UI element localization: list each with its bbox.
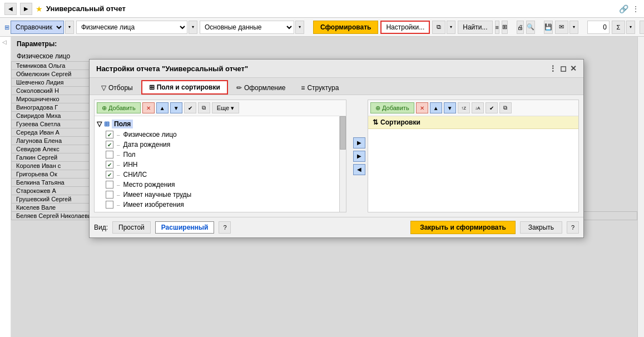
left-copy-button[interactable]: ⧉ [198,102,210,113]
right-delete-button[interactable]: ✕ [416,102,428,113]
structure-tab-label: Структура [307,84,339,92]
field-checkbox[interactable]: ✔ [106,161,113,168]
left-check-button[interactable]: ✔ [184,102,196,113]
tab-structure[interactable]: ≡ Структура [294,80,346,95]
save-icon[interactable]: 💾 [544,21,553,34]
settings-button[interactable]: Настройки... [380,21,430,34]
move-right-icon: ▶ [357,140,361,146]
email-icon[interactable]: ✉ [555,21,568,34]
tab-fields[interactable]: ⊞ Поля и сортировки [141,80,228,95]
move-left-button[interactable]: ◀ [353,164,365,175]
mode-dropdown-arrow[interactable]: ▾ [295,21,304,34]
field-item[interactable]: –Пол [97,150,337,160]
field-checkbox[interactable] [106,181,113,189]
field-item[interactable]: ✔–Дата рождения [97,140,337,150]
sigma-group: Σ ▾ [612,21,635,34]
right-sortaz-button[interactable]: ↑Z [458,102,470,113]
field-checkbox[interactable]: ✔ [106,171,113,179]
left-add-button[interactable]: ⊕ Добавить [97,102,141,113]
copy-icon-btn[interactable]: ⧉ [432,21,445,34]
view-simple-button[interactable]: Простой [112,221,151,234]
field-checkbox[interactable] [106,201,113,209]
type-select[interactable]: Справочник [11,21,64,34]
list-icon2[interactable]: ⊞ [502,21,508,34]
field-label: Пол [123,151,136,158]
email-dropdown[interactable]: ▾ [569,21,578,34]
design-tab-icon: ✏ [236,84,242,92]
field-checkbox[interactable]: ✔ [106,141,113,148]
right-down-button[interactable]: ▼ [444,102,456,113]
dialog-close-icon[interactable]: ✕ [570,64,577,73]
view-advanced-button[interactable]: Расширенный [155,221,215,234]
collapse-icon[interactable]: ◁ [0,37,11,45]
dialog-menu-icon[interactable]: ⋮ [549,64,557,73]
field-label: Дата рождения [123,141,171,148]
form-button[interactable]: Сформировать [313,21,378,34]
left-panel-toolbar: ⊕ Добавить ✕ ▲ ▼ ✔ [95,100,346,116]
right-down-icon: ▼ [447,105,453,111]
field-checkbox[interactable] [106,191,113,199]
drag-handle-icon: – [117,162,120,168]
drag-handle-icon: – [117,192,120,198]
right-up-button[interactable]: ▲ [430,102,442,113]
right-add-button[interactable]: ⊕ Добавить [370,102,414,113]
tab-filters[interactable]: ▽ Отборы [94,80,140,95]
right-sortza-button[interactable]: ↓A [472,102,484,113]
back-button[interactable]: ◀ [4,3,17,15]
footer-help-button[interactable]: ? [219,221,231,234]
list-icon1[interactable]: ≡ [495,21,499,34]
fields-group-header[interactable]: ▽ ⊞ Поля [97,118,337,130]
drag-handle-icon: – [117,132,120,138]
sigma-icon[interactable]: Σ [612,21,625,34]
panel-between: ▶ ▶ ◀ [351,100,368,212]
print-icon[interactable]: 🖨 [517,21,524,34]
dialog-help-button[interactable]: ? [567,221,579,234]
left-up-button[interactable]: ▲ [156,102,169,113]
number-field[interactable] [587,21,610,34]
link-icon: 🔗 [619,4,628,13]
field-item[interactable]: –Имеет научные труды [97,190,337,200]
mode-select[interactable]: Основные данные [200,21,294,34]
filter-tab-icon: ▽ [101,84,106,92]
left-copy-icon: ⧉ [202,105,206,111]
more-button[interactable]: Еще [640,21,644,34]
forward-button[interactable]: ▶ [20,3,32,15]
move-right-button[interactable]: ▶ [353,137,365,148]
move-right2-button[interactable]: ▶ [353,151,365,162]
left-more-button[interactable]: Еще ▾ [212,102,239,113]
left-down-icon: ▼ [174,105,179,111]
group-collapse-icon: ▽ [97,120,102,128]
field-item[interactable]: –Место рождения [97,180,337,190]
left-add-label: Добавить [108,105,136,111]
field-item[interactable]: ✔–ИНН [97,160,337,170]
close-button[interactable]: Закрыть [520,221,562,234]
close-form-button[interactable]: Закрыть и сформировать [410,221,516,234]
menu-icon[interactable]: ⋮ [632,4,640,13]
zoom-icon[interactable]: 🔍 [526,21,535,34]
field-checkbox[interactable]: ✔ [106,131,113,138]
left-down-button[interactable]: ▼ [170,102,182,113]
field-item[interactable]: ✔–Физическое лицо [97,130,337,140]
object-select[interactable]: Физические лица [76,21,187,34]
field-label: Физическое лицо [123,131,177,138]
right-up-icon: ▲ [433,105,439,111]
tab-design[interactable]: ✏ Оформление [229,80,293,95]
field-item[interactable]: ✔–СНИЛС [97,170,337,180]
find-button[interactable]: Найти... [458,21,492,34]
copy-dropdown[interactable]: ▾ [447,21,455,34]
fields-tab-label: Поля и сортировки [157,83,220,91]
object-dropdown-arrow[interactable]: ▾ [189,21,197,34]
dialog-restore-icon[interactable]: ◻ [560,64,567,73]
right-check-button[interactable]: ✔ [486,102,498,113]
field-item[interactable]: –Имеет изобретения [97,200,337,210]
favorite-icon[interactable]: ★ [36,4,43,13]
left-delete-button[interactable]: ✕ [142,102,155,113]
right-scrollbar[interactable] [637,37,644,337]
field-checkbox[interactable] [106,151,113,158]
right-copy-button[interactable]: ⧉ [499,102,512,113]
right-panel: ⊕ Добавить ✕ ▲ ▼ ↑Z [368,100,579,212]
left-scrollbar[interactable] [339,116,346,212]
type-dropdown-arrow[interactable]: ▾ [65,21,74,34]
sigma-dropdown[interactable]: ▾ [626,21,635,34]
scrollbar-thumb[interactable] [340,116,346,150]
